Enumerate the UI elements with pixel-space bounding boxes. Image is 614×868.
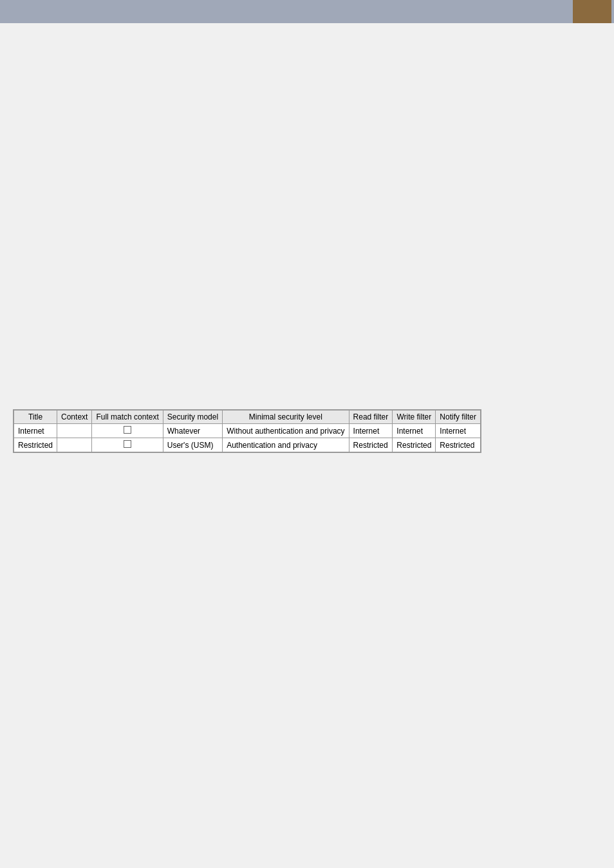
cell-read-filter: Internet <box>349 424 393 438</box>
checkbox-icon <box>124 426 131 434</box>
cell-full-match-context <box>92 438 163 452</box>
cell-title: Internet <box>14 424 57 438</box>
snmp-access-table: Title Context Full match context Securit… <box>14 410 481 452</box>
col-title: Title <box>14 411 57 424</box>
col-security-model: Security model <box>163 411 222 424</box>
top-bar <box>0 0 614 23</box>
cell-notify-filter: Restricted <box>436 438 481 452</box>
snmp-access-table-container: Title Context Full match context Securit… <box>13 409 481 453</box>
cell-write-filter: Restricted <box>393 438 436 452</box>
table-header-row: Title Context Full match context Securit… <box>14 411 481 424</box>
col-write-filter: Write filter <box>393 411 436 424</box>
cell-read-filter: Restricted <box>349 438 393 452</box>
cell-security-model: User's (USM) <box>163 438 222 452</box>
cell-context <box>57 438 92 452</box>
col-read-filter: Read filter <box>349 411 393 424</box>
content-area: Title Context Full match context Securit… <box>0 23 614 468</box>
col-notify-filter: Notify filter <box>436 411 481 424</box>
table-row: InternetWhateverWithout authentication a… <box>14 424 481 438</box>
cell-minimal-security-level: Without authentication and privacy <box>223 424 349 438</box>
cell-notify-filter: Internet <box>436 424 481 438</box>
cell-minimal-security-level: Authentication and privacy <box>223 438 349 452</box>
top-bar-left <box>3 0 573 23</box>
col-minimal-security-level: Minimal security level <box>223 411 349 424</box>
cell-write-filter: Internet <box>393 424 436 438</box>
cell-full-match-context <box>92 424 163 438</box>
cell-security-model: Whatever <box>163 424 222 438</box>
cell-title: Restricted <box>14 438 57 452</box>
col-context: Context <box>57 411 92 424</box>
col-full-match-context: Full match context <box>92 411 163 424</box>
cell-context <box>57 424 92 438</box>
table-row: RestrictedUser's (USM)Authentication and… <box>14 438 481 452</box>
top-bar-right <box>573 0 611 23</box>
checkbox-icon <box>124 440 131 448</box>
